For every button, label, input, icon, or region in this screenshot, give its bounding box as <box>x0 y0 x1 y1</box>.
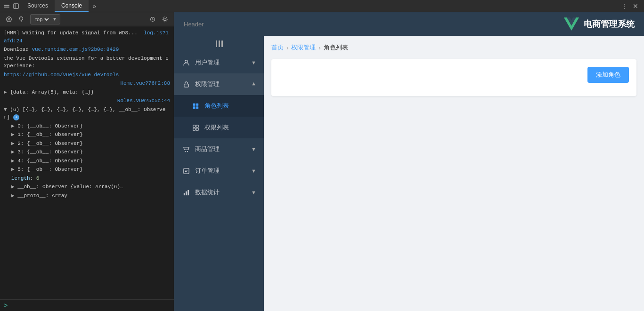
console-toolbar: top ▼ <box>0 12 174 26</box>
perm-mgmt-arrow-icon: ▼ <box>251 81 256 87</box>
svg-rect-0 <box>4 5 9 6</box>
sidebar-item-perm-mgmt[interactable]: 权限管理 ▼ <box>174 73 264 95</box>
vue-logo <box>564 16 579 32</box>
sidebar-collapse-btn[interactable] <box>174 36 264 52</box>
console-expand-obj[interactable]: ▶ <box>4 89 10 95</box>
console-expand-array[interactable]: ▼ <box>4 107 10 112</box>
console-line-arr1: ▶ 1: {__ob__: Observer} <box>4 131 170 139</box>
sidebar-item-goods-mgmt[interactable]: 商品管理 ▼ <box>174 138 264 160</box>
breadcrumb-sep1: › <box>286 44 288 51</box>
sidebar: 用户管理 ▼ 权限管理 ▼ 角色列表 <box>174 36 264 311</box>
arr2-expand[interactable]: ▶ <box>11 141 17 146</box>
console-link-vue-runtime[interactable]: vue.runtime.esm.js?2b0e:8429 <box>32 47 119 52</box>
console-link-github[interactable]: https://github.com/vuejs/vue-devtools <box>4 72 119 78</box>
sidebar-label-data-stats: 数据统计 <box>195 188 246 197</box>
arr0-expand[interactable]: ▶ <box>11 123 17 129</box>
chart-icon <box>182 189 190 196</box>
context-select-wrap[interactable]: top ▼ <box>30 14 60 24</box>
clear-console-icon[interactable] <box>4 14 14 24</box>
svg-rect-1 <box>4 7 9 8</box>
add-role-button[interactable]: 添加角色 <box>587 67 629 83</box>
prompt-arrow: > <box>4 302 8 309</box>
console-link-home-vue[interactable]: Home.vue?76f2:88 <box>120 80 170 88</box>
devtools-topbar: Sources Console » ⋮ ✕ <box>0 0 644 12</box>
breadcrumb-home[interactable]: 首页 <box>271 43 284 52</box>
arr4-expand[interactable]: ▶ <box>11 158 17 164</box>
sidebar-item-order-mgmt[interactable]: 订单管理 ▼ <box>174 160 264 182</box>
perm-list-icon <box>191 125 200 131</box>
arr5-expand[interactable]: ▶ <box>11 167 17 172</box>
user-mgmt-arrow-icon: ▼ <box>251 60 256 65</box>
svg-rect-18 <box>196 128 198 130</box>
header-logo-area: 电商管理系统 <box>564 16 635 32</box>
context-select[interactable]: top <box>33 16 50 23</box>
proto-expand[interactable]: ▶ <box>11 193 17 199</box>
console-prompt-line: > <box>0 299 174 311</box>
console-line-devtools-link: https://github.com/vuejs/vue-devtools <box>4 71 170 79</box>
tab-sources[interactable]: Sources <box>21 0 55 12</box>
svg-point-20 <box>187 151 187 152</box>
goods-mgmt-arrow-icon: ▼ <box>251 146 256 152</box>
svg-rect-2 <box>14 4 18 8</box>
settings-icon[interactable] <box>160 14 170 24</box>
header-label: Header <box>184 21 204 28</box>
app-area: Header 电商管理系统 <box>174 12 644 311</box>
filter-icon[interactable] <box>16 14 26 24</box>
tab-console[interactable]: Console <box>55 0 89 12</box>
live-expression-icon[interactable] <box>147 14 158 24</box>
app-body: 用户管理 ▼ 权限管理 ▼ 角色列表 <box>174 36 644 311</box>
svg-rect-22 <box>183 193 185 195</box>
user-icon <box>182 59 190 66</box>
svg-rect-10 <box>184 84 188 87</box>
sidebar-label-perm-mgmt: 权限管理 <box>195 80 246 88</box>
sidebar-label-goods-mgmt: 商品管理 <box>195 145 246 153</box>
collapse-bars-icon <box>216 40 223 47</box>
console-input[interactable] <box>10 303 170 308</box>
console-line-arr4: ▶ 4: {__ob__: Observer} <box>4 157 170 165</box>
devtools-pin-icon[interactable] <box>2 1 11 11</box>
console-line-home: Home.vue?76f2:88 <box>4 80 170 88</box>
devtools-close-icon[interactable]: ✕ <box>631 1 640 11</box>
order-icon <box>182 167 190 175</box>
arr3-expand[interactable]: ▶ <box>11 149 17 155</box>
svg-rect-23 <box>186 191 187 195</box>
sidebar-item-data-stats[interactable]: 数据统计 ▼ <box>174 182 264 203</box>
svg-rect-12 <box>196 103 198 105</box>
console-line-array: ▼ (6) [{…}, {…}, {…}, {…}, {…}, {…}, __o… <box>4 106 170 121</box>
breadcrumb-sep2: › <box>318 44 320 51</box>
arr1-expand[interactable]: ▶ <box>11 132 17 137</box>
card-toolbar: 添加角色 <box>279 67 629 83</box>
more-tabs-icon[interactable]: » <box>90 1 99 11</box>
devtools-more-icon[interactable]: ⋮ <box>620 1 629 11</box>
svg-rect-16 <box>196 125 198 127</box>
console-line-proto: ▶ __proto__: Array <box>4 192 170 200</box>
svg-rect-21 <box>183 168 188 173</box>
info-icon[interactable]: i <box>13 114 19 120</box>
sidebar-label-role-list: 角色列表 <box>204 102 256 110</box>
console-line-hmr: [HMR] Waiting for update signal from WDS… <box>4 29 170 45</box>
svg-rect-11 <box>193 103 195 105</box>
order-mgmt-arrow-icon: ▼ <box>251 168 256 174</box>
devtools-undock-icon[interactable] <box>11 1 21 11</box>
console-link-roles-vue[interactable]: Roles.vue?5c5c:44 <box>117 97 170 105</box>
console-line-devtools-text: the Vue Devtools extension for a better … <box>4 55 170 70</box>
role-list-icon <box>191 103 200 109</box>
sidebar-item-role-list[interactable]: 角色列表 <box>174 95 264 117</box>
sidebar-label-user-mgmt: 用户管理 <box>195 58 246 67</box>
console-line-arr5: ▶ 5: {__ob__: Observer} <box>4 166 170 174</box>
sidebar-label-perm-list: 权限列表 <box>204 123 256 132</box>
console-line-arr2: ▶ 2: {__ob__: Observer} <box>4 140 170 148</box>
svg-rect-24 <box>187 190 189 195</box>
content-area: 首页 › 权限管理 › 角色列表 添加角色 <box>264 36 644 311</box>
ob-expand[interactable]: ▶ <box>11 184 17 190</box>
breadcrumb: 首页 › 权限管理 › 角色列表 <box>271 43 636 52</box>
lock-icon <box>182 81 190 88</box>
sidebar-item-perm-list[interactable]: 权限列表 <box>174 117 264 138</box>
main-area: top ▼ [HMR] Waiting for update signal fr… <box>0 12 644 311</box>
breadcrumb-perm-mgmt[interactable]: 权限管理 <box>291 43 316 52</box>
context-select-arrow: ▼ <box>52 16 57 22</box>
svg-point-4 <box>20 16 23 20</box>
app-header: Header 电商管理系统 <box>174 12 644 36</box>
console-line-arr3: ▶ 3: {__ob__: Observer} <box>4 148 170 156</box>
sidebar-item-user-mgmt[interactable]: 用户管理 ▼ <box>174 52 264 73</box>
